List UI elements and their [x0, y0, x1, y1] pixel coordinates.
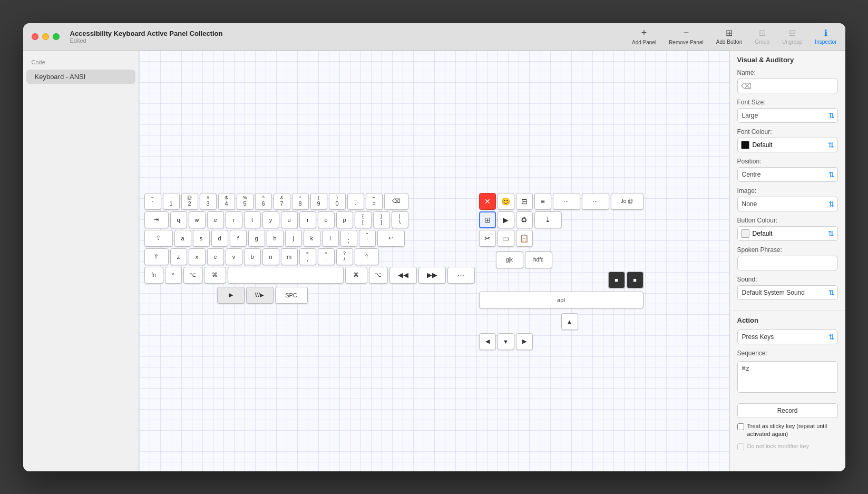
key-v[interactable]: v	[226, 248, 242, 265]
key-copy-img[interactable]: ▭	[498, 230, 514, 247]
key-backspace[interactable]: ⌫	[384, 193, 408, 210]
key-dots-right[interactable]: ···	[582, 193, 609, 210]
key-jo[interactable]: Jo @	[611, 193, 643, 210]
name-input-wrap[interactable]: ⌫	[737, 79, 838, 93]
action-select[interactable]: Press Keys	[737, 330, 838, 344]
minimize-button[interactable]	[42, 33, 49, 40]
key-y[interactable]: y	[262, 211, 279, 228]
key-panel[interactable]: ⊟	[516, 193, 533, 210]
key-r[interactable]: r	[226, 211, 242, 228]
key-b[interactable]: b	[244, 248, 261, 265]
key-h[interactable]: h	[267, 230, 284, 247]
buttoncolour-preview[interactable]: Default ⇅	[737, 226, 838, 241]
position-select[interactable]: Centre	[737, 167, 838, 182]
key-c[interactable]: c	[207, 248, 224, 265]
key-2[interactable]: @2	[181, 193, 198, 210]
key-down-nav[interactable]: ▼	[498, 333, 514, 350]
add-panel-button[interactable]: + Add Panel	[632, 27, 656, 45]
group-button[interactable]: ⊡ Group	[755, 28, 769, 45]
key-comma[interactable]: <,	[299, 248, 316, 265]
key-t[interactable]: t	[244, 211, 261, 228]
key-9[interactable]: (9	[310, 193, 327, 210]
key-u[interactable]: u	[281, 211, 298, 228]
key-spc[interactable]: SPC	[275, 287, 308, 304]
key-o[interactable]: o	[318, 211, 335, 228]
key-play[interactable]: ▶	[217, 287, 245, 304]
ungroup-button[interactable]: ⊟ Ungroup	[782, 28, 802, 45]
key-tab[interactable]: ⇥	[144, 211, 169, 228]
key-p[interactable]: p	[336, 211, 353, 228]
key-recycle[interactable]: ♻	[516, 211, 533, 228]
key-cmd-left[interactable]: ⌘	[204, 267, 226, 284]
key-up[interactable]: ▲	[561, 313, 578, 330]
key-minus[interactable]: _-	[347, 193, 364, 210]
sequence-textarea[interactable]: ⌘z	[737, 361, 838, 393]
sound-select[interactable]: Default System Sound	[737, 285, 838, 300]
key-cmd-right[interactable]: ⌘	[345, 267, 367, 284]
key-slash[interactable]: ?/	[336, 248, 353, 265]
key-m[interactable]: m	[281, 248, 298, 265]
key-space[interactable]	[228, 267, 344, 284]
key-tilde[interactable]: ~`	[144, 193, 161, 210]
key-paste[interactable]: 📋	[516, 230, 533, 247]
key-dots-left[interactable]: ···	[553, 193, 580, 210]
image-select[interactable]: None	[737, 197, 838, 211]
key-backslash[interactable]: |\	[392, 211, 408, 228]
key-a[interactable]: a	[174, 230, 191, 247]
key-return[interactable]: ↩	[377, 230, 405, 247]
key-semicolon[interactable]: :;	[340, 230, 357, 247]
key-capslock[interactable]: ⇪	[144, 230, 173, 247]
key-option-right[interactable]: ⌥	[369, 267, 388, 284]
key-w[interactable]: w	[189, 211, 206, 228]
canvas-area[interactable]: ~` !1 @2 #3 $4 %5 ^6 &7 *8 (9 )0 _- += ⌫	[139, 51, 729, 471]
key-ctrl[interactable]: ^	[165, 267, 182, 284]
inspector-button[interactable]: ℹ Inspector	[815, 28, 836, 45]
key-i[interactable]: i	[299, 211, 316, 228]
key-z[interactable]: z	[170, 248, 187, 265]
key-g[interactable]: g	[248, 230, 265, 247]
key-close-red[interactable]: ✕	[479, 193, 496, 210]
key-n[interactable]: n	[262, 248, 279, 265]
spoken-phrase-input[interactable]	[737, 256, 838, 270]
key-shift-right[interactable]: ⇧	[355, 248, 379, 265]
close-button[interactable]	[32, 33, 38, 40]
key-end[interactable]: ⤓	[534, 211, 562, 228]
key-period[interactable]: >.	[318, 248, 335, 265]
fontsize-select[interactable]: Large	[737, 108, 838, 123]
key-option-left[interactable]: ⌥	[183, 267, 202, 284]
key-f[interactable]: f	[230, 230, 247, 247]
key-right-bracket[interactable]: }]	[373, 211, 390, 228]
key-k[interactable]: k	[304, 230, 320, 247]
key-rewind[interactable]: ◀◀	[389, 267, 417, 284]
key-left-bracket[interactable]: {[	[355, 211, 372, 228]
key-black2[interactable]: ■	[627, 272, 643, 288]
key-apl[interactable]: apl	[479, 292, 643, 308]
key-list[interactable]: ≡	[534, 193, 551, 210]
key-equals[interactable]: +=	[366, 193, 383, 210]
remove-panel-button[interactable]: − Remove Panel	[669, 27, 704, 45]
key-wordplay[interactable]: W▶	[246, 287, 274, 304]
key-5[interactable]: %5	[237, 193, 253, 210]
record-button[interactable]: Record	[737, 403, 838, 418]
fontcolour-preview[interactable]: Default ⇅	[737, 138, 838, 152]
key-d[interactable]: d	[211, 230, 228, 247]
key-fast-forward[interactable]: ▶▶	[418, 267, 446, 284]
key-quote[interactable]: "'	[359, 230, 376, 247]
key-q[interactable]: q	[170, 211, 187, 228]
key-scissors[interactable]: ✂	[479, 230, 496, 247]
key-s[interactable]: s	[193, 230, 210, 247]
key-8[interactable]: *8	[292, 193, 309, 210]
key-3[interactable]: #3	[200, 193, 217, 210]
key-shift-left[interactable]: ⇧	[144, 248, 169, 265]
key-special2[interactable]: hdfc	[525, 251, 552, 268]
key-6[interactable]: ^6	[255, 193, 272, 210]
key-7[interactable]: &7	[274, 193, 290, 210]
sticky-key-checkbox[interactable]	[737, 423, 744, 430]
sidebar-item-keyboard-ansi[interactable]: Keyboard - ANSI	[26, 70, 135, 84]
key-right-nav[interactable]: ▶	[516, 333, 533, 350]
key-x[interactable]: x	[189, 248, 206, 265]
key-grid-selected[interactable]: ⊞	[479, 211, 496, 228]
key-4[interactable]: $4	[218, 193, 235, 210]
key-play-extra[interactable]: ▶	[498, 211, 514, 228]
key-left-nav[interactable]: ◀	[479, 333, 496, 350]
